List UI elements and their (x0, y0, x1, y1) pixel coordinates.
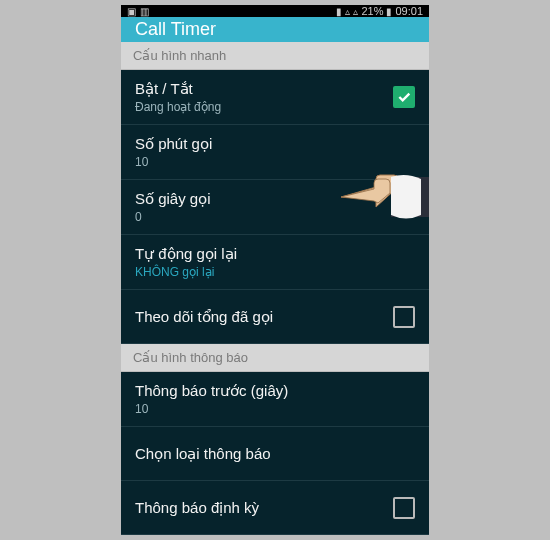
sim-card-icon: ▮ (336, 6, 342, 17)
row-toggle[interactable]: Bật / Tắt Đang hoạt động (121, 70, 429, 125)
signal-icon: ▵ (345, 6, 350, 17)
toggle-checkbox[interactable] (393, 86, 415, 108)
row-title: Thông báo trước (giây) (135, 382, 288, 400)
periodic-checkbox[interactable] (393, 497, 415, 519)
row-title: Số phút gọi (135, 135, 212, 153)
row-title: Chọn loại thông báo (135, 445, 271, 463)
row-sub: 10 (135, 402, 288, 416)
row-notify-before[interactable]: Thông báo trước (giây) 10 (121, 372, 429, 427)
battery-pct: 21% (361, 5, 383, 17)
sim-icon: ▥ (140, 6, 149, 17)
check-icon (396, 89, 412, 105)
row-notify-periodic[interactable]: Thông báo định kỳ (121, 481, 429, 535)
app-title: Call Timer (135, 19, 216, 40)
notification-icon: ▣ (127, 6, 136, 17)
row-sub: 10 (135, 155, 212, 169)
row-sub: Đang hoạt động (135, 100, 221, 114)
row-notify-type[interactable]: Chọn loại thông báo (121, 427, 429, 481)
row-title: Thông báo định kỳ (135, 499, 259, 517)
section-quick-config: Cấu hình nhanh (121, 42, 429, 70)
clock: 09:01 (395, 5, 423, 17)
row-auto-redial[interactable]: Tự động gọi lại KHÔNG gọi lại (121, 235, 429, 290)
section-notify-config: Cấu hình thông báo (121, 344, 429, 372)
settings-list[interactable]: Cấu hình nhanh Bật / Tắt Đang hoạt động … (121, 42, 429, 535)
track-checkbox[interactable] (393, 306, 415, 328)
row-title: Theo dõi tổng đã gọi (135, 308, 273, 326)
row-title: Bật / Tắt (135, 80, 221, 98)
row-sub: KHÔNG gọi lại (135, 265, 237, 279)
row-call-seconds[interactable]: Số giây gọi 0 (121, 180, 429, 235)
battery-icon: ▮ (386, 6, 392, 17)
row-title: Số giây gọi (135, 190, 211, 208)
phone-screen: ▣ ▥ ▮ ▵ ▵ 21% ▮ 09:01 Call Timer Cấu hìn… (121, 5, 429, 535)
row-sub: 0 (135, 210, 211, 224)
status-bar: ▣ ▥ ▮ ▵ ▵ 21% ▮ 09:01 (121, 5, 429, 17)
signal2-icon: ▵ (353, 6, 358, 17)
app-bar: Call Timer (121, 17, 429, 42)
row-call-minutes[interactable]: Số phút gọi 10 (121, 125, 429, 180)
row-title: Tự động gọi lại (135, 245, 237, 263)
row-track-total[interactable]: Theo dõi tổng đã gọi (121, 290, 429, 344)
